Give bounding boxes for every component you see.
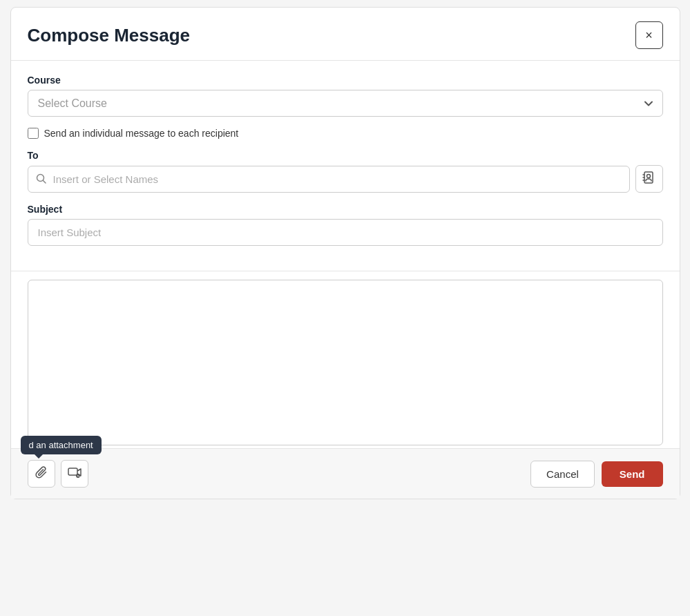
media-record-icon [68, 466, 82, 482]
address-book-icon [642, 171, 656, 188]
send-button[interactable]: Send [602, 461, 663, 487]
to-input-wrapper [28, 166, 630, 193]
paperclip-icon [35, 466, 48, 482]
modal-header: Compose Message × [11, 8, 680, 61]
footer-left: d an attachment [28, 460, 88, 488]
subject-group: Subject [28, 204, 663, 246]
attachment-button[interactable] [28, 460, 55, 488]
individual-message-label: Send an individual message to each recip… [44, 128, 239, 139]
modal-wrapper: Compose Message × Course Select Course [0, 0, 690, 616]
subject-input[interactable] [28, 219, 663, 246]
course-group: Course Select Course [28, 75, 663, 117]
svg-rect-6 [68, 468, 77, 475]
subject-label: Subject [28, 204, 663, 215]
course-label: Course [28, 75, 663, 86]
modal-body: Course Select Course Send an individual … [11, 61, 680, 271]
footer-right: Cancel Send [530, 461, 662, 488]
to-row [28, 165, 663, 193]
address-book-button[interactable] [635, 165, 663, 193]
message-textarea[interactable] [28, 280, 663, 445]
course-select[interactable]: Select Course [28, 90, 663, 117]
individual-message-checkbox[interactable] [28, 128, 39, 139]
individual-message-row: Send an individual message to each recip… [28, 128, 663, 139]
media-record-button[interactable] [61, 460, 88, 488]
close-button[interactable]: × [635, 21, 663, 49]
compose-message-modal: Compose Message × Course Select Course [10, 7, 680, 499]
to-input[interactable] [28, 166, 630, 193]
message-area-wrapper [11, 271, 680, 448]
to-label: To [28, 150, 663, 161]
course-select-wrapper: Select Course [28, 90, 663, 117]
to-group: To [28, 150, 663, 193]
svg-point-2 [646, 174, 650, 177]
cancel-button[interactable]: Cancel [530, 461, 595, 488]
modal-footer: d an attachment [11, 448, 680, 499]
modal-title: Compose Message [28, 25, 191, 46]
